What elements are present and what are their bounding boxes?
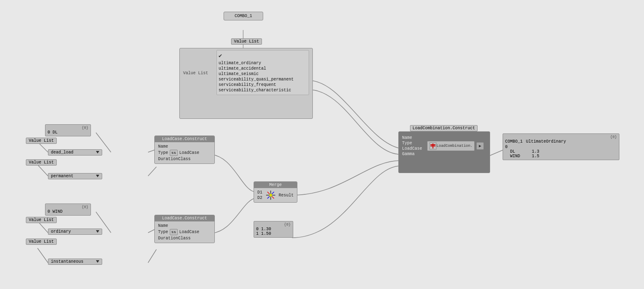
dl-valuelist-btn1[interactable]: Value List (26, 138, 57, 144)
dl-valuelist-btn2[interactable]: Value List (26, 159, 57, 166)
merge-title: Merge (254, 182, 297, 188)
wind-label: WIND (53, 209, 63, 214)
wind-index-box: {0} 0 WIND (45, 204, 91, 216)
lc1-port-duration: DurationClass (158, 156, 211, 162)
lc-construct-title-label: LoadCombination.Construct (410, 125, 478, 131)
gamma-row1: 1 1.50 (256, 231, 291, 236)
combo1-title-node[interactable]: COMBO_1 (224, 12, 263, 20)
dead-load-arrow (94, 150, 99, 155)
lc1-type-label: LoadCase (179, 151, 199, 155)
vl-item-4: serviceability_frequent (219, 82, 307, 88)
instantaneous-dropdown[interactable]: instantaneous (48, 259, 102, 265)
dl-index-box: {0} 0 DL (45, 124, 91, 136)
permanent-dropdown[interactable]: permanent (48, 173, 102, 179)
lcc-type-icon: LoadCombination. (427, 141, 475, 151)
gamma-box: {0} 0 1.30 1 1.50 (254, 221, 293, 238)
combo1-title-label: COMBO_1 (234, 14, 252, 18)
permanent-label: permanent (51, 174, 73, 178)
wind-valuelist-btn2[interactable]: Value List (26, 239, 57, 245)
ordinary-dropdown[interactable]: ordinary (48, 229, 102, 235)
output-combo-label: COMBO_1 (505, 139, 523, 144)
lcc-port-name: Name (402, 135, 425, 141)
lcc-type-label: LoadCombination. (437, 144, 473, 148)
lc2-port-duration: DurationClass (158, 236, 211, 241)
merge-node[interactable]: Merge D1 D2 Result (254, 181, 297, 203)
output-index: 0 (505, 145, 617, 149)
lcc-expand-btn[interactable]: ▶ (476, 142, 484, 150)
valuelist-dropdown-node[interactable]: Value List ✔ ultimate_ordinary ultimate_… (179, 48, 313, 119)
lc1-type-icon: ⇅⇅ (170, 150, 178, 156)
merge-d1: D1 (257, 190, 262, 195)
node-canvas: COMBO_1 Value List Value List ✔ ultimate… (0, 0, 644, 289)
output-box: {0} COMBO_1 UltimateOrdinary 0 DL1.3 WIN… (503, 133, 619, 160)
lcc-port-loadcase: LoadCase (402, 146, 425, 151)
output-row-wind: WIND1.5 (510, 154, 617, 158)
lcc-port-gamma: Gamma (402, 151, 425, 157)
loadcase1-node[interactable]: LoadCase.Construct Name Type ⇅⇅ LoadCase… (154, 136, 215, 164)
output-type-label: UltimateOrdinary (526, 139, 566, 144)
wind-index: 0 (48, 209, 50, 214)
merge-result: Result (279, 193, 294, 198)
vl-item-5: serviceability_characteristic (219, 88, 307, 93)
loadcase2-node[interactable]: LoadCase.Construct Name Type ⇅⇅ LoadCase… (154, 215, 215, 243)
lc2-type-label: LoadCase (179, 230, 199, 234)
vl-item-1: ultimate_accidental (219, 66, 307, 71)
gamma-row0: 0 1.30 (256, 227, 291, 231)
check-icon: ✔ (219, 53, 222, 59)
merge-icon (265, 190, 276, 201)
instantaneous-arrow (94, 259, 99, 264)
merge-d2: D2 (257, 195, 262, 201)
dead-load-label: dead_load (51, 150, 73, 155)
loadcase1-title: LoadCase.Construct (155, 136, 214, 142)
ordinary-arrow (94, 229, 99, 234)
lc-construct-node[interactable]: Name Type LoadCase Gamma LoadCombination… (398, 131, 490, 173)
lc1-port-type: Type ⇅⇅ LoadCase (158, 149, 211, 156)
lc2-port-type: Type ⇅⇅ LoadCase (158, 229, 211, 236)
dl-label: DL (53, 130, 58, 135)
valuelist-label: Value List (183, 50, 216, 95)
vl-item-2: ultimate_seismic (219, 71, 307, 77)
instantaneous-label: instantaneous (51, 259, 83, 264)
lc2-port-name: Name (158, 223, 211, 229)
output-row-dl: DL1.3 (510, 149, 617, 154)
permanent-arrow (94, 174, 99, 178)
dead-load-dropdown[interactable]: dead_load (48, 149, 102, 156)
svg-point-4 (269, 194, 272, 197)
lc2-type-icon: ⇅⇅ (170, 229, 178, 235)
combo1-valuelist-btn[interactable]: Value List (231, 38, 262, 45)
ordinary-label: ordinary (51, 229, 71, 234)
lcc-port-type: Type (402, 141, 425, 146)
vl-item-0: ultimate_ordinary (219, 60, 307, 66)
dl-index: 0 (48, 130, 50, 135)
wind-valuelist-btn1[interactable]: Value List (26, 217, 57, 223)
vl-item-3: serviceability_quasi_permanent (219, 77, 307, 82)
lc1-port-name: Name (158, 144, 211, 149)
loadcase2-title: LoadCase.Construct (155, 215, 214, 221)
